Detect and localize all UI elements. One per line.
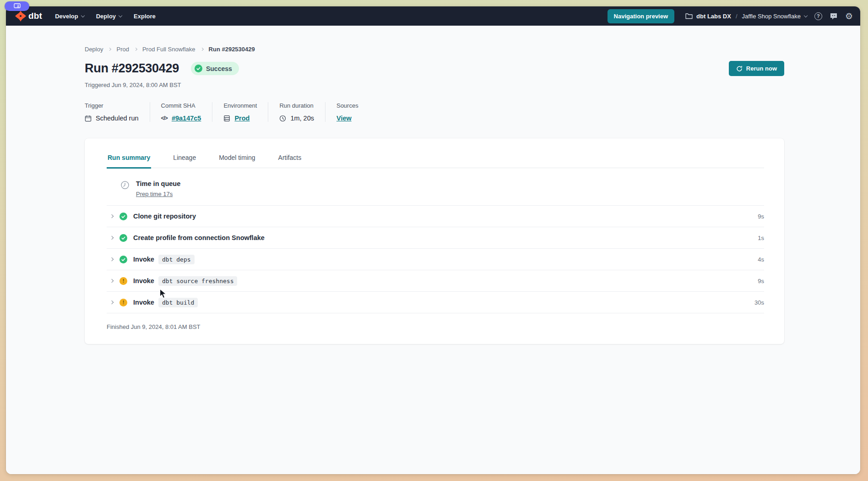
rerun-now-button[interactable]: Rerun now [729,61,784,76]
run-step-row[interactable]: Create profile from connection Snowflake… [107,227,764,249]
breadcrumb-separator-icon [108,48,111,51]
run-step-row[interactable]: !Invokedbt build30s [107,292,764,313]
chevron-right-icon[interactable] [110,257,114,261]
page-title: Run #292530429 [85,61,179,76]
meta-label: Sources [336,102,358,109]
tab-lineage[interactable]: Lineage [172,150,197,169]
meta-value: Prod [223,115,257,122]
finished-timestamp: Finished Jun 9, 2024, 8:01 AM BST [107,313,764,333]
step-name: Create profile from connection Snowflake [133,234,265,241]
breadcrumb-current: Run #292530429 [209,46,255,53]
account-name: dbt Labs DX [696,13,731,20]
settings-button[interactable]: ⚙ [845,12,853,21]
run-step-row[interactable]: Clone git repository9s [107,206,764,227]
chevron-down-icon [81,13,84,17]
screen-share-pill[interactable] [5,1,29,11]
queue-clock-icon [120,180,130,198]
breadcrumb-separator-icon [201,48,204,51]
tab-bar: Run summaryLineageModel timingArtifacts [107,150,764,168]
meta-text: 1m, 20s [290,115,314,122]
status-badge: Success [191,62,239,75]
workspace-selector[interactable]: dbt Labs DX / Jaffle Shop Snowflake [685,13,807,20]
nav-item-label: Explore [134,13,156,20]
step-command-chip: dbt deps [158,255,195,264]
nav-item-develop[interactable]: Develop [55,13,84,20]
breadcrumb-separator-icon [134,48,137,51]
page-header: Run #292530429 Success Rerun now [85,61,784,76]
step-command-chip: dbt source freshness [158,276,238,286]
step-duration: 4s [758,256,764,263]
step-name: Invoke [133,299,154,306]
tab-run-summary[interactable]: Run summary [107,150,151,169]
breadcrumb: DeployProdProd Full SnowflakeRun #292530… [85,46,784,53]
calendar-icon [85,115,92,122]
meta-label: Run duration [279,102,314,109]
path-separator: / [736,13,738,20]
meta-value: Scheduled run [85,115,139,122]
chat-icon [830,12,838,20]
help-icon: ? [814,12,822,20]
meta-col-trigger: TriggerScheduled run [85,102,150,122]
meta-link[interactable]: View [336,115,352,122]
breadcrumb-link[interactable]: Prod Full Snowflake [142,46,195,53]
nav-item-label: Deploy [96,13,116,20]
browser-viewport: dbt DevelopDeployExplore Navigation prev… [6,6,860,474]
meta-link[interactable]: #9a147c5 [172,115,201,122]
screen-share-icon [14,3,21,9]
status-label: Success [206,65,232,72]
meta-label: Commit SHA [161,102,201,109]
triggered-timestamp: Triggered Jun 9, 2024, 8:00 AM BST [85,82,784,88]
step-label: Create profile from connection Snowflake [133,234,265,241]
run-meta-row: TriggerScheduled runCommit SHA</>#9a147c… [85,102,784,122]
dbt-logo[interactable]: dbt [15,11,42,22]
tab-artifacts[interactable]: Artifacts [277,150,303,169]
main-nav-menu: DevelopDeployExplore [55,13,168,20]
success-check-icon [119,256,127,263]
meta-value: </>#9a147c5 [161,115,201,122]
step-label: Invokedbt build [133,298,198,307]
tab-model-timing[interactable]: Model timing [218,150,256,169]
meta-label: Environment [223,102,257,109]
success-check-icon [119,213,127,220]
run-step-row[interactable]: Invokedbt deps4s [107,249,764,270]
top-navbar: dbt DevelopDeployExplore Navigation prev… [6,6,860,26]
run-steps-list: Clone git repository9sCreate profile fro… [107,206,764,313]
meta-col-sources: SourcesView [325,102,369,122]
navbar-right-group: Navigation preview dbt Labs DX / Jaffle … [608,9,853,23]
warning-icon: ! [119,277,127,285]
dbt-logo-icon [15,11,26,22]
meta-label: Trigger [85,102,139,109]
prep-time-link[interactable]: Prep time 17s [136,191,173,197]
help-button[interactable]: ? [814,12,822,20]
folder-icon [685,13,693,19]
meta-col-run-duration: Run duration1m, 20s [268,102,325,122]
step-duration: 9s [758,213,764,220]
nav-item-explore[interactable]: Explore [134,13,156,20]
feedback-button[interactable] [830,12,838,20]
chevron-right-icon[interactable] [110,236,114,240]
navigation-preview-button[interactable]: Navigation preview [608,9,674,23]
queue-title: Time in queue [136,180,180,187]
chevron-right-icon[interactable] [110,301,114,304]
refresh-icon [736,66,743,72]
step-duration: 30s [754,299,764,306]
step-label: Invokedbt deps [133,255,195,264]
code-icon: </> [161,115,168,121]
step-name: Invoke [133,277,154,284]
meta-col-environment: EnvironmentProd [212,102,268,122]
step-name: Clone git repository [133,213,196,220]
chevron-right-icon[interactable] [110,214,114,218]
meta-text: Scheduled run [96,115,139,122]
warning-icon: ! [119,299,127,306]
success-check-icon [195,65,202,72]
chevron-right-icon[interactable] [110,279,114,283]
breadcrumb-link[interactable]: Prod [116,46,129,53]
meta-link[interactable]: Prod [234,115,250,122]
run-step-row[interactable]: !Invokedbt source freshness9s [107,270,764,292]
step-label: Clone git repository [133,213,196,220]
step-label: Invokedbt source freshness [133,276,237,286]
gear-icon: ⚙ [845,12,853,21]
nav-item-deploy[interactable]: Deploy [96,13,122,20]
chevron-down-icon [119,13,122,17]
breadcrumb-link[interactable]: Deploy [85,46,103,53]
